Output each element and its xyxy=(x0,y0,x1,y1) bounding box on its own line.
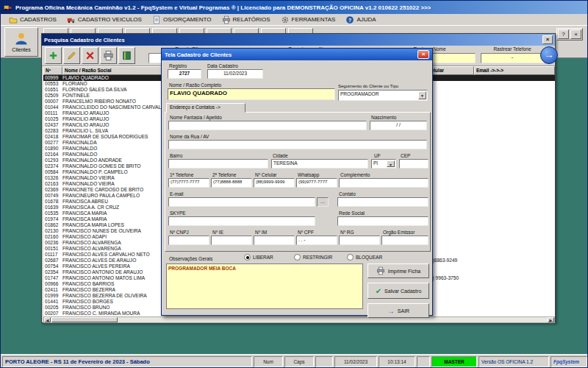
edit-client-button[interactable] xyxy=(63,47,80,64)
client-email xyxy=(474,193,555,199)
add-icon xyxy=(48,50,59,61)
complemento-field[interactable] xyxy=(339,178,429,188)
scroll-left-icon[interactable]: ◀ xyxy=(44,317,51,322)
client-number: 01651 xyxy=(43,87,62,93)
cep-field[interactable] xyxy=(399,159,429,169)
seguimento-select[interactable]: PROGRAMADOR▼ xyxy=(338,90,428,101)
client-email xyxy=(474,187,555,193)
contacts-book-button[interactable] xyxy=(118,47,135,64)
data-cadastro-field[interactable]: 11/02/2023 xyxy=(207,69,263,79)
cnpj-field[interactable] xyxy=(168,236,209,245)
im-field[interactable] xyxy=(254,236,295,245)
truck-icon xyxy=(67,15,76,24)
menu-cadastros[interactable]: CADASTROS xyxy=(4,15,62,25)
client-email xyxy=(474,75,555,81)
client-dialog-titlebar: Tela Cadastro de Clientes × xyxy=(162,49,432,60)
add-client-button[interactable] xyxy=(45,47,62,64)
radio-liberar[interactable]: LIBERAR xyxy=(244,254,273,261)
track-phone-input[interactable]: - xyxy=(481,53,544,63)
radio-bloquear[interactable]: BLOQUEAR xyxy=(347,254,382,261)
delete-client-button[interactable] xyxy=(82,47,98,64)
clientes-button[interactable]: Clientes xyxy=(4,27,38,57)
chevron-down-icon[interactable]: ▼ xyxy=(418,91,426,99)
client-email xyxy=(474,140,555,146)
help-icon: ? xyxy=(345,15,354,24)
email-browse-button[interactable]: … xyxy=(317,197,329,207)
salvar-cadastro-button[interactable]: ✔ Salvar Cadastro xyxy=(368,283,429,299)
search-window-close-icon[interactable]: × xyxy=(542,35,553,44)
contato-field[interactable] xyxy=(337,197,429,207)
celular-field[interactable]: (88)9999-9999 xyxy=(254,178,295,188)
client-email xyxy=(474,293,555,299)
sair-button[interactable]: → SAIR xyxy=(368,303,429,318)
nascimento-label: Nascimento xyxy=(371,115,396,120)
orgao-field[interactable] xyxy=(381,236,429,245)
imprime-ficha-button[interactable]: Imprime Ficha xyxy=(368,263,429,278)
app-titlebar: Programa Oficina Mecânica Caminhão v1.2 … xyxy=(1,1,587,14)
rua-field[interactable] xyxy=(168,140,427,149)
data-cadastro-label: Data Cadastro xyxy=(207,63,238,68)
client-number: 01862 xyxy=(43,222,62,228)
horizontal-scrollbar[interactable]: ◀ ▶ xyxy=(43,316,555,323)
client-email xyxy=(474,199,555,205)
cep-label: CEP xyxy=(401,153,410,158)
client-number: 00277 xyxy=(43,140,62,146)
app-close-button[interactable]: × xyxy=(570,29,581,39)
status-num: Num xyxy=(254,356,283,367)
cidade-field[interactable]: TERESINA xyxy=(271,159,368,169)
client-email xyxy=(474,134,555,140)
nascimento-field[interactable]: / / xyxy=(370,121,427,130)
client-email xyxy=(474,275,555,281)
fantasia-field[interactable] xyxy=(168,121,367,130)
menu-os-or-amento[interactable]: OS/ORÇAMENTO xyxy=(147,15,217,25)
client-number: 00236 xyxy=(43,240,62,246)
scroll-right-icon[interactable]: ▶ xyxy=(548,317,554,322)
tel1-field[interactable]: (77)7777-7777 xyxy=(168,178,209,188)
ie-label: Nº IE xyxy=(212,230,223,235)
column-header-num[interactable]: Nº xyxy=(43,66,62,75)
track-phone-label: Rastrear Telefone xyxy=(481,46,544,52)
client-number: 02374 xyxy=(43,163,62,169)
ie-field[interactable] xyxy=(211,236,252,245)
menu-ferramentas[interactable]: FERRAMENTAS xyxy=(276,15,341,25)
print-list-button[interactable] xyxy=(100,47,117,64)
tab-endereco-contatos[interactable]: Endereço e Contatos -> xyxy=(166,103,245,113)
client-number: 02418 xyxy=(43,134,62,140)
client-number: 01974 xyxy=(43,216,62,222)
client-dialog-close-icon[interactable]: × xyxy=(417,50,429,59)
menu-ajuda[interactable]: ?AJUDA xyxy=(340,15,381,25)
client-number: 01025 xyxy=(43,116,62,122)
client-email xyxy=(474,181,555,187)
rede-social-field[interactable] xyxy=(337,216,429,226)
registro-field[interactable]: 2727 xyxy=(168,69,201,79)
menu-relat-rios[interactable]: RELATÓRIOS xyxy=(217,15,276,25)
observacoes-textarea[interactable]: PROGRAMADOR MEIA BOCA xyxy=(166,263,363,309)
rg-field[interactable] xyxy=(339,236,380,245)
menu-cadastro-veiculos[interactable]: CADASTRO VEICULOS xyxy=(62,15,147,25)
column-header-email[interactable]: Email ->->-> xyxy=(474,66,555,75)
skype-field[interactable] xyxy=(168,216,315,226)
radio-restringir[interactable]: RESTRINGIR xyxy=(294,254,332,261)
obs-label: Observações Gerais xyxy=(169,256,212,261)
im-label: Nº IM xyxy=(255,230,267,235)
email-field[interactable] xyxy=(168,197,315,207)
client-email xyxy=(474,81,555,87)
client-email xyxy=(474,128,555,134)
cpf-field[interactable]: . . - xyxy=(296,236,337,245)
scrollbar-thumb[interactable] xyxy=(51,317,118,322)
client-email xyxy=(474,93,555,99)
uf-select[interactable]: PI▼ xyxy=(371,159,396,169)
app-window: Programa Oficina Mecânica Caminhão v1.2 … xyxy=(0,0,588,368)
nome-field[interactable]: FLAVIO QUADRADO xyxy=(168,88,335,100)
client-email xyxy=(474,234,555,240)
bairro-field[interactable] xyxy=(168,159,268,169)
client-email xyxy=(474,287,555,293)
chevron-down-icon[interactable]: ▼ xyxy=(387,160,395,167)
tel1-label: 1ª Telefone xyxy=(170,172,193,177)
client-number: 00553 xyxy=(43,81,62,87)
whatsapp-field[interactable]: (99)9777-7777 xyxy=(296,178,337,188)
client-number: 00111 xyxy=(43,110,62,116)
search-go-button[interactable]: → xyxy=(540,46,558,64)
tel2-field[interactable]: (77)8888-8888 xyxy=(211,178,252,188)
help-button[interactable]: ? xyxy=(558,29,569,39)
